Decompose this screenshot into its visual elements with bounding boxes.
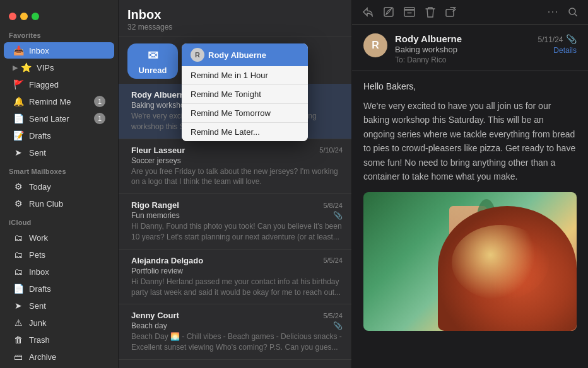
sidebar-item-pets[interactable]: 🗂Pets: [4, 246, 114, 263]
dropdown-item[interactable]: Remind Me Tonight: [182, 84, 308, 103]
sidebar-item-remind-me[interactable]: 🔔Remind Me1: [4, 93, 114, 110]
message-item[interactable]: Rigo Rangel 5/8/24 Fun memories 📎 Hi Dan…: [119, 194, 351, 250]
close-button[interactable]: [9, 13, 16, 20]
message-date: 5/5/24: [323, 256, 343, 264]
message-item[interactable]: Jenny Court 5/5/24 Beach day 📎 Beach Day…: [119, 304, 351, 360]
pets-icon: 🗂: [13, 249, 24, 260]
details-link[interactable]: Details: [538, 46, 577, 55]
sidebar-item-sent2[interactable]: ➤Sent: [4, 297, 114, 314]
dropdown-card: R Rody Albuerne Remind Me in 1 HourRemin…: [182, 43, 308, 141]
inbox2-icon: 🗂: [13, 266, 24, 277]
drafts-icon: 📝: [13, 130, 24, 141]
message-preview: Hi Danny, Found this photo you took! Can…: [131, 221, 343, 243]
message-item[interactable]: Alejandra Delgado 5/5/24 Portfolio revie…: [119, 250, 351, 305]
sidebar-item-flagged[interactable]: 🚩Flagged: [4, 76, 114, 93]
sidebar-item-sent[interactable]: ➤Sent: [4, 144, 114, 161]
sidebar-item-archive[interactable]: 🗃Archive: [4, 348, 114, 365]
sent-label: Sent: [29, 148, 105, 158]
message-header: Fleur Lasseur 5/10/24: [131, 146, 343, 155]
junk-icon: ⚠: [13, 317, 24, 328]
trash-icon[interactable]: [425, 6, 435, 18]
send-later-label: Send Later: [29, 114, 94, 124]
message-date: 5/8/24: [323, 202, 343, 209]
sidebar-item-inbox2[interactable]: 🗂Inbox: [4, 263, 114, 280]
sidebar-item-drafts2[interactable]: 📄Drafts: [4, 280, 114, 297]
message-count: 32 messages: [127, 23, 343, 32]
run-club-label: Run Club: [29, 199, 105, 209]
inbox-icon: 📥: [13, 45, 24, 56]
favorites-section-label: Favorites: [0, 25, 118, 42]
unread-label: Unread: [139, 66, 167, 75]
work-label: Work: [29, 233, 105, 243]
send-later-badge: 1: [94, 113, 105, 124]
today-label: Today: [29, 182, 105, 192]
drafts2-label: Drafts: [29, 284, 105, 294]
compose-icon[interactable]: [384, 7, 394, 17]
sidebar-item-today[interactable]: ⚙Today: [4, 178, 114, 195]
message-item[interactable]: Fleur Lasseur 5/10/24 Soccer jerseys Are…: [119, 139, 351, 195]
flagged-icon: 🚩: [13, 79, 24, 90]
svg-rect-3: [446, 9, 454, 16]
vips-icon: ⭐: [20, 62, 32, 73]
unread-icon: ✉: [148, 48, 158, 63]
sidebar: Favorites 📥Inbox▶⭐VIPs🚩Flagged🔔Remind Me…: [0, 0, 119, 368]
sidebar-item-drafts[interactable]: 📝Drafts: [4, 127, 114, 144]
sender-avatar: R: [363, 33, 387, 57]
dropdown-header: R Rody Albuerne: [182, 43, 308, 66]
message-subject: Beach day 📎: [131, 321, 343, 330]
unread-filter-button[interactable]: ✉ Unread: [127, 43, 178, 79]
dropdown-item[interactable]: Remind Me Later...: [182, 122, 308, 141]
trash-label: Trash: [29, 335, 105, 345]
sidebar-item-vips[interactable]: ▶⭐VIPs: [4, 59, 114, 76]
email-image: [363, 192, 577, 331]
attachment-indicator: 📎: [333, 211, 343, 220]
drafts2-icon: 📄: [13, 283, 24, 294]
dropdown-item[interactable]: Remind Me in 1 Hour: [182, 66, 308, 84]
message-preview: Beach Day 🌅 - Chill vibes - Beach games …: [131, 331, 343, 353]
message-subject: Soccer jerseys: [131, 156, 343, 165]
run-club-icon: ⚙: [13, 198, 24, 209]
remind-me-icon: 🔔: [13, 96, 24, 107]
dropdown-item[interactable]: Remind Me Tomorrow: [182, 103, 308, 122]
sidebar-item-run-club[interactable]: ⚙Run Club: [4, 195, 114, 212]
svg-rect-2: [404, 8, 415, 10]
email-greeting: Hello Bakers,: [363, 81, 577, 91]
sidebar-item-work[interactable]: 🗂Work: [4, 229, 114, 246]
sidebar-item-inbox[interactable]: 📥Inbox: [4, 42, 114, 59]
message-preview: Are you free Friday to talk about the ne…: [131, 166, 343, 188]
dropdown-avatar: R: [191, 48, 204, 62]
sidebar-smart: ⚙Today⚙Run Club: [0, 178, 118, 212]
dropdown-header-name: Rody Albuerne: [208, 50, 266, 60]
sender-name: Rody Albuerne: [395, 33, 531, 44]
detail-panel: R Rody Albuerne Baking workshop To: Dann…: [352, 0, 588, 368]
pets-label: Pets: [29, 250, 105, 260]
detail-email-header: R Rody Albuerne Baking workshop To: Dann…: [352, 25, 588, 71]
message-sender: Alejandra Delgado: [131, 256, 318, 265]
message-subject: Fun memories 📎: [131, 211, 343, 220]
trash-icon: 🗑: [13, 334, 24, 345]
reply-icon[interactable]: [362, 7, 373, 17]
dropdown-items: Remind Me in 1 HourRemind Me TonightRemi…: [182, 66, 308, 141]
archive-icon[interactable]: [404, 7, 415, 17]
flagged-label: Flagged: [29, 80, 105, 89]
inbox2-label: Inbox: [29, 267, 105, 277]
more-icon[interactable]: [548, 7, 558, 17]
fullscreen-button[interactable]: [32, 13, 39, 20]
message-sender: Fleur Lasseur: [131, 146, 314, 155]
message-date: 5/5/24: [323, 312, 343, 319]
archive-label: Archive: [29, 352, 105, 362]
search-icon[interactable]: [568, 7, 578, 17]
sent2-icon: ➤: [13, 300, 24, 311]
sidebar-item-junk[interactable]: ⚠Junk: [4, 314, 114, 331]
sidebar-item-send-later[interactable]: 📄Send Later1: [4, 110, 114, 127]
sidebar-item-trash[interactable]: 🗑Trash: [4, 331, 114, 348]
message-list-panel: Inbox 32 messages ✉ Unread 🔔 Remind Me R…: [119, 0, 352, 368]
minimize-button[interactable]: [20, 13, 28, 20]
sidebar-favorites: 📥Inbox▶⭐VIPs🚩Flagged🔔Remind Me1📄Send Lat…: [0, 42, 118, 161]
message-item[interactable]: Aileen Zeigen 5/4/24 5K training 📎 Hey D…: [119, 360, 351, 368]
email-to: To: Danny Rico: [395, 55, 531, 64]
move-icon[interactable]: [445, 7, 457, 17]
smart-section-label: Smart Mailboxes: [0, 161, 118, 178]
junk-label: Junk: [29, 318, 105, 328]
send-later-icon: 📄: [13, 113, 24, 124]
